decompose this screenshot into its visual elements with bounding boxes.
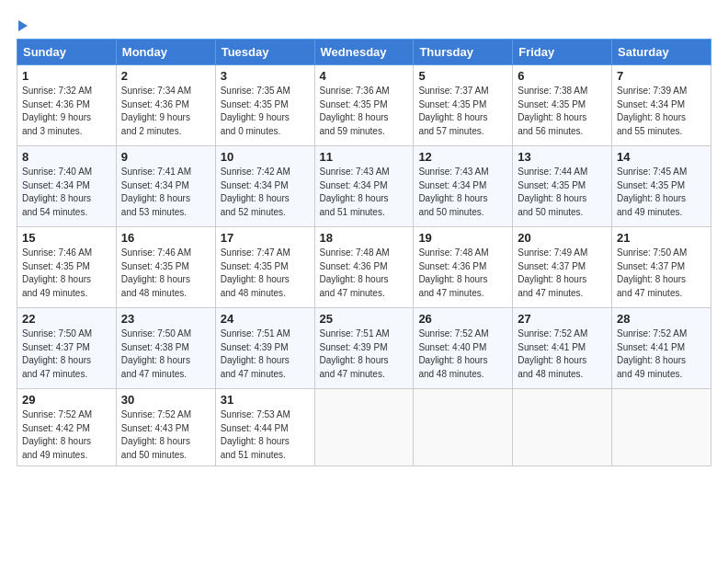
daylight-minutes: and 50 minutes. (121, 450, 187, 460)
daylight-minutes: and 0 minutes. (221, 126, 281, 136)
day-number: 2 (121, 69, 210, 83)
daylight-minutes: and 48 minutes. (121, 288, 187, 298)
daylight-label: Daylight: 8 hours (518, 355, 586, 365)
daylight-label: Daylight: 8 hours (518, 112, 586, 122)
calendar-week-row: 1Sunrise: 7:32 AMSunset: 4:36 PMDaylight… (17, 65, 711, 146)
daylight-label: Daylight: 8 hours (617, 112, 686, 122)
calendar-cell: 8Sunrise: 7:40 AMSunset: 4:34 PMDaylight… (17, 146, 117, 227)
day-number: 5 (418, 69, 507, 83)
daylight-minutes: and 50 minutes. (418, 207, 483, 217)
day-info: Sunrise: 7:48 AMSunset: 4:36 PMDaylight:… (418, 247, 507, 300)
calendar-cell: 6Sunrise: 7:38 AMSunset: 4:35 PMDaylight… (513, 65, 612, 146)
day-number: 30 (121, 393, 210, 407)
daylight-minutes: and 47 minutes. (22, 369, 87, 379)
day-number: 7 (617, 69, 706, 83)
daylight-minutes: and 47 minutes. (320, 369, 385, 379)
day-number: 10 (221, 150, 310, 164)
day-info: Sunrise: 7:34 AMSunset: 4:36 PMDaylight:… (121, 85, 210, 138)
daylight-label: Daylight: 8 hours (221, 436, 290, 446)
daylight-label: Daylight: 8 hours (418, 112, 487, 122)
daylight-minutes: and 49 minutes. (617, 369, 682, 379)
daylight-label: Daylight: 8 hours (121, 193, 190, 203)
day-number: 1 (22, 69, 111, 83)
day-info: Sunrise: 7:37 AMSunset: 4:35 PMDaylight:… (418, 85, 507, 138)
day-number: 13 (518, 150, 607, 164)
day-number: 27 (518, 312, 607, 326)
weekday-header: Thursday (414, 40, 513, 65)
daylight-minutes: and 51 minutes. (320, 207, 385, 217)
calendar-cell: 1Sunrise: 7:32 AMSunset: 4:36 PMDaylight… (17, 65, 117, 146)
daylight-label: Daylight: 9 hours (221, 112, 290, 122)
calendar-cell (314, 389, 414, 466)
calendar-cell: 20Sunrise: 7:49 AMSunset: 4:37 PMDayligh… (513, 227, 612, 308)
calendar-cell: 29Sunrise: 7:52 AMSunset: 4:42 PMDayligh… (17, 389, 117, 466)
day-info: Sunrise: 7:50 AMSunset: 4:37 PMDaylight:… (617, 247, 706, 300)
day-info: Sunrise: 7:50 AMSunset: 4:38 PMDaylight:… (121, 327, 210, 381)
weekday-header: Friday (513, 40, 612, 65)
daylight-minutes: and 48 minutes. (518, 369, 583, 379)
day-number: 4 (320, 69, 409, 83)
calendar-cell: 15Sunrise: 7:46 AMSunset: 4:35 PMDayligh… (17, 227, 117, 308)
calendar-cell: 14Sunrise: 7:45 AMSunset: 4:35 PMDayligh… (612, 146, 711, 227)
day-info: Sunrise: 7:45 AMSunset: 4:35 PMDaylight:… (617, 166, 706, 219)
calendar-cell: 30Sunrise: 7:52 AMSunset: 4:43 PMDayligh… (116, 389, 215, 466)
weekday-header-row: SundayMondayTuesdayWednesdayThursdayFrid… (17, 40, 711, 65)
daylight-label: Daylight: 8 hours (617, 355, 686, 365)
daylight-minutes: and 50 minutes. (518, 207, 583, 217)
day-number: 22 (22, 312, 111, 326)
day-info: Sunrise: 7:52 AMSunset: 4:43 PMDaylight:… (121, 408, 210, 462)
weekday-header: Tuesday (215, 40, 314, 65)
calendar-cell: 25Sunrise: 7:51 AMSunset: 4:39 PMDayligh… (314, 308, 414, 389)
day-info: Sunrise: 7:52 AMSunset: 4:41 PMDaylight:… (617, 327, 706, 381)
calendar-week-row: 29Sunrise: 7:52 AMSunset: 4:42 PMDayligh… (17, 389, 711, 466)
day-info: Sunrise: 7:52 AMSunset: 4:42 PMDaylight:… (22, 408, 111, 462)
daylight-label: Daylight: 8 hours (418, 274, 487, 284)
daylight-minutes: and 52 minutes. (221, 207, 286, 217)
daylight-label: Daylight: 8 hours (320, 193, 389, 203)
day-number: 11 (320, 150, 409, 164)
day-number: 17 (221, 231, 310, 245)
day-info: Sunrise: 7:41 AMSunset: 4:34 PMDaylight:… (121, 166, 210, 219)
daylight-label: Daylight: 8 hours (121, 274, 190, 284)
daylight-minutes: and 47 minutes. (121, 369, 187, 379)
calendar-week-row: 8Sunrise: 7:40 AMSunset: 4:34 PMDaylight… (17, 146, 711, 227)
daylight-minutes: and 59 minutes. (320, 126, 385, 136)
calendar-week-row: 22Sunrise: 7:50 AMSunset: 4:37 PMDayligh… (17, 308, 711, 389)
daylight-label: Daylight: 8 hours (22, 355, 91, 365)
day-info: Sunrise: 7:50 AMSunset: 4:37 PMDaylight:… (22, 327, 111, 381)
daylight-label: Daylight: 9 hours (121, 112, 190, 122)
daylight-minutes: and 2 minutes. (121, 126, 182, 136)
day-number: 6 (518, 69, 607, 83)
day-info: Sunrise: 7:51 AMSunset: 4:39 PMDaylight:… (221, 327, 310, 381)
calendar-cell: 11Sunrise: 7:43 AMSunset: 4:34 PMDayligh… (314, 146, 414, 227)
daylight-minutes: and 48 minutes. (418, 369, 483, 379)
day-info: Sunrise: 7:40 AMSunset: 4:34 PMDaylight:… (22, 166, 111, 219)
daylight-minutes: and 49 minutes. (22, 450, 87, 460)
calendar-cell (612, 389, 711, 466)
day-info: Sunrise: 7:39 AMSunset: 4:34 PMDaylight:… (617, 85, 706, 138)
daylight-label: Daylight: 8 hours (22, 436, 91, 446)
calendar-cell: 7Sunrise: 7:39 AMSunset: 4:34 PMDaylight… (612, 65, 711, 146)
daylight-minutes: and 55 minutes. (617, 126, 682, 136)
daylight-label: Daylight: 8 hours (617, 274, 686, 284)
weekday-header: Saturday (612, 40, 711, 65)
day-info: Sunrise: 7:35 AMSunset: 4:35 PMDaylight:… (221, 85, 310, 138)
day-number: 20 (518, 231, 607, 245)
daylight-label: Daylight: 8 hours (22, 274, 91, 284)
calendar-cell: 17Sunrise: 7:47 AMSunset: 4:35 PMDayligh… (215, 227, 314, 308)
day-number: 19 (418, 231, 507, 245)
day-number: 16 (121, 231, 210, 245)
day-info: Sunrise: 7:46 AMSunset: 4:35 PMDaylight:… (22, 247, 111, 300)
daylight-label: Daylight: 8 hours (221, 355, 290, 365)
day-number: 21 (617, 231, 706, 245)
calendar-cell: 21Sunrise: 7:50 AMSunset: 4:37 PMDayligh… (612, 227, 711, 308)
day-info: Sunrise: 7:49 AMSunset: 4:37 PMDaylight:… (518, 247, 607, 300)
daylight-label: Daylight: 8 hours (320, 112, 389, 122)
day-info: Sunrise: 7:43 AMSunset: 4:34 PMDaylight:… (320, 166, 409, 219)
daylight-minutes: and 51 minutes. (221, 450, 286, 460)
daylight-minutes: and 47 minutes. (518, 288, 583, 298)
calendar-cell (513, 389, 612, 466)
weekday-header: Sunday (17, 40, 117, 65)
daylight-minutes: and 49 minutes. (22, 288, 87, 298)
calendar-cell (414, 389, 513, 466)
